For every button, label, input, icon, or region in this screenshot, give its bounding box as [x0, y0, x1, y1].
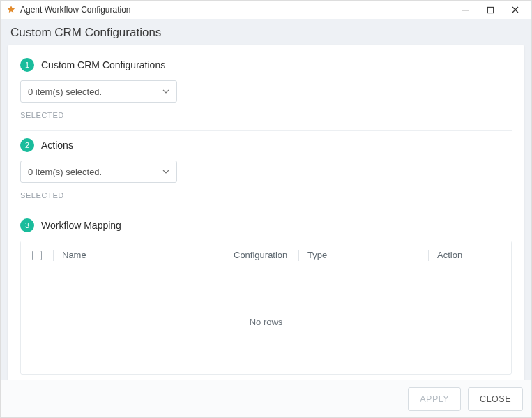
section-actions: 2 Actions 0 item(s) selected. SELECTED [20, 131, 512, 211]
page-header: Custom CRM Configurations [1, 19, 531, 45]
crm-select[interactable]: 0 item(s) selected. [20, 80, 177, 103]
title-bar: Agent Workflow Configuration [1, 1, 531, 19]
window-title: Agent Workflow Configuration [20, 5, 131, 15]
section-title-crm: Custom CRM Configurations [41, 59, 165, 70]
step-badge-3: 3 [20, 218, 34, 232]
crm-select-value: 0 item(s) selected. [28, 87, 102, 97]
main-card[interactable]: 1 Custom CRM Configurations 0 item(s) se… [8, 45, 524, 382]
chevron-down-icon [162, 167, 169, 177]
table-body: No rows [21, 269, 511, 374]
chevron-down-icon [162, 87, 169, 97]
select-all-cell[interactable] [21, 251, 53, 260]
window-controls [457, 2, 527, 17]
close-button[interactable] [508, 2, 523, 17]
apply-button[interactable]: APPLY [408, 387, 461, 411]
close-dialog-button[interactable]: CLOSE [468, 387, 523, 411]
section-mapping: 3 Workflow Mapping Name Configuration Ty… [20, 211, 512, 382]
section-crm: 1 Custom CRM Configurations 0 item(s) se… [20, 51, 512, 131]
section-title-actions: Actions [41, 140, 73, 151]
app-icon [6, 5, 16, 15]
svg-rect-1 [487, 7, 493, 13]
section-title-mapping: Workflow Mapping [41, 220, 121, 231]
content-area: 1 Custom CRM Configurations 0 item(s) se… [1, 45, 531, 387]
actions-select-value: 0 item(s) selected. [28, 167, 102, 177]
crm-selected-label: SELECTED [20, 111, 512, 119]
actions-select[interactable]: 0 item(s) selected. [20, 161, 177, 183]
minimize-button[interactable] [457, 2, 473, 17]
step-badge-2: 2 [20, 138, 34, 152]
select-all-checkbox[interactable] [32, 251, 42, 260]
mapping-table: Name Configuration Type Action No rows [20, 241, 512, 375]
maximize-button[interactable] [482, 2, 498, 17]
step-badge-1: 1 [20, 58, 34, 72]
svg-rect-0 [462, 10, 469, 10]
table-header-row: Name Configuration Type Action [21, 241, 511, 269]
actions-selected-label: SELECTED [20, 191, 512, 200]
empty-state-text: No rows [250, 317, 283, 327]
col-header-type[interactable]: Type [299, 250, 428, 260]
col-header-name[interactable]: Name [54, 250, 225, 260]
page-title: Custom CRM Configurations [10, 26, 161, 39]
footer-bar: APPLY CLOSE [1, 380, 531, 417]
col-header-configuration[interactable]: Configuration [225, 250, 298, 260]
col-header-action[interactable]: Action [429, 250, 511, 260]
